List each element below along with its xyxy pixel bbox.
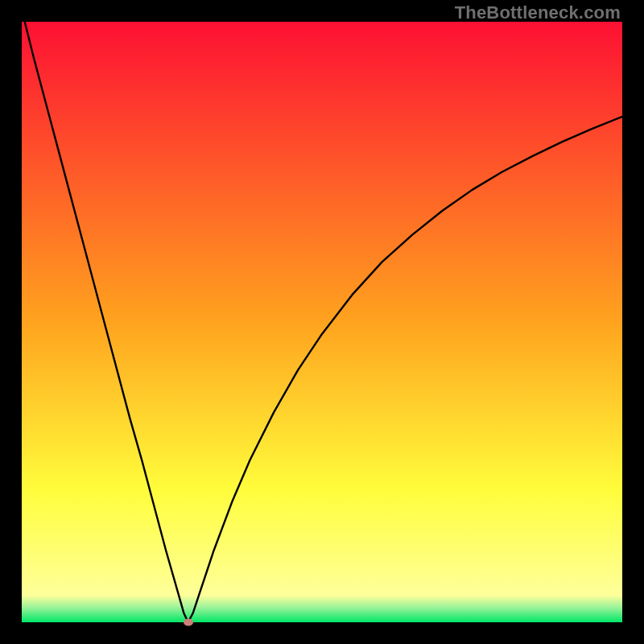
chart-frame: TheBottleneck.com [0,0,644,644]
bottleneck-curve [22,22,622,622]
watermark-text: TheBottleneck.com [455,2,621,23]
trough-marker [184,619,193,626]
